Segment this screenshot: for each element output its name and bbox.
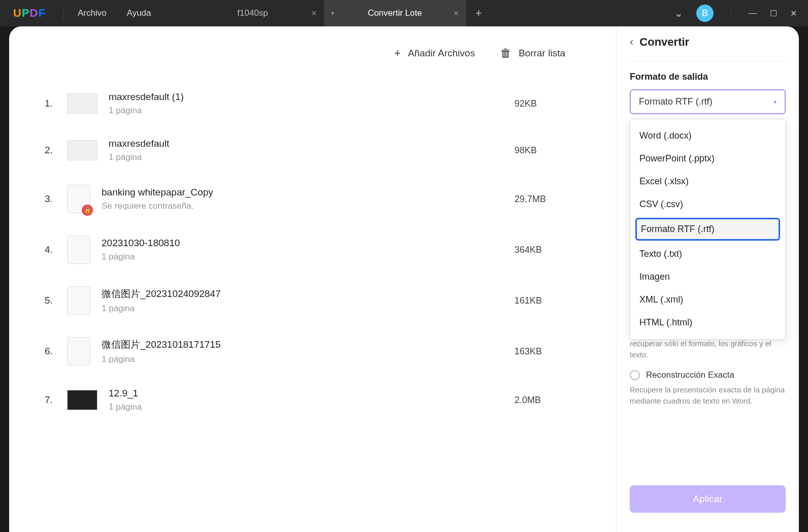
tab-label: f1040sp [237, 8, 268, 18]
file-row[interactable]: 7.12.9_11 página2.0MB [45, 377, 586, 423]
dropdown-option[interactable]: Formato RTF (.rtf) [635, 218, 780, 241]
file-subtitle: 1 página [102, 304, 514, 314]
chevron-down-icon[interactable]: ▾ [331, 10, 334, 17]
button-label: Borrar lista [519, 48, 565, 59]
file-subtitle: 1 página [109, 106, 514, 116]
option-description: Recupere la presentación exacta de la pá… [630, 384, 786, 407]
file-thumbnail [67, 390, 98, 410]
file-meta: 微信图片_202310181717151 página [102, 338, 514, 364]
apply-button[interactable]: Aplicar [630, 485, 786, 513]
file-meta: maxresdefault (1)1 página [109, 91, 514, 116]
file-size: 92KB [514, 98, 586, 109]
file-thumbnail [67, 140, 98, 160]
file-size: 161KB [514, 295, 586, 306]
file-subtitle: 1 página [102, 252, 514, 262]
file-row[interactable]: 1.maxresdefault (1)1 página92KB [45, 80, 586, 127]
file-row[interactable]: 6.微信图片_202310181717151 página163KB [45, 326, 586, 377]
file-meta: banking whitepapar_CopySe requiere contr… [102, 187, 514, 211]
file-size: 163KB [514, 346, 586, 357]
dropdown-option[interactable]: HTML (.html) [630, 311, 785, 334]
file-number: 2. [45, 145, 67, 156]
maximize-icon[interactable]: ☐ [770, 9, 777, 18]
main-panel: + Añadir Archivos 🗑 Borrar lista 1.maxre… [9, 26, 616, 532]
titlebar: UPDF Archivo Ayuda f1040sp × ▾ Convertir… [0, 0, 808, 26]
file-row[interactable]: 2.maxresdefault1 página98KB [45, 127, 586, 174]
format-dropdown: Word (.docx)PowerPoint (.pptx)Excel (.xl… [630, 119, 786, 340]
file-subtitle: 1 página [109, 152, 514, 162]
dropdown-option[interactable]: Texto (.txt) [630, 243, 785, 265]
add-tab-button[interactable]: + [466, 7, 492, 20]
radio-label: Reconstrucción Exacta [646, 370, 734, 380]
file-size: 364KB [514, 245, 586, 255]
dropdown-option[interactable]: Excel (.xlsx) [630, 170, 785, 193]
file-thumbnail [67, 337, 90, 365]
close-icon[interactable]: × [311, 8, 317, 19]
trash-icon: 🗑 [500, 47, 511, 60]
tab-bar: f1040sp × ▾ Convertir Lote × + [182, 0, 492, 26]
file-number: 7. [45, 394, 67, 406]
toolbar: + Añadir Archivos 🗑 Borrar lista [29, 47, 586, 60]
close-icon[interactable]: ✕ [790, 9, 797, 18]
file-number: 5. [45, 295, 67, 306]
dropdown-option[interactable]: Word (.docx) [630, 124, 785, 147]
avatar[interactable]: B [696, 5, 714, 22]
file-name: banking whitepapar_Copy [102, 187, 514, 198]
file-name: 微信图片_20231024092847 [102, 287, 514, 301]
tab-convertir-lote[interactable]: ▾ Convertir Lote × [324, 0, 466, 26]
dropdown-option[interactable]: Imagen [630, 265, 785, 288]
format-label: Formato de salida [630, 72, 786, 82]
caret-down-icon: ▾ [773, 98, 777, 106]
file-row[interactable]: 4.20231030-1808101 página364KB [45, 224, 586, 275]
file-name: maxresdefault (1) [109, 91, 514, 103]
dropdown-option[interactable]: XML (.xml) [630, 288, 785, 311]
file-thumbnail [67, 286, 90, 315]
back-icon[interactable]: ‹ [630, 36, 633, 49]
file-meta: 20231030-1808101 página [102, 238, 514, 262]
radio-exact-reconstruction[interactable]: Reconstrucción Exacta [630, 370, 786, 380]
file-list: 1.maxresdefault (1)1 página92KB2.maxresd… [29, 80, 586, 423]
file-number: 1. [45, 98, 67, 109]
minimize-icon[interactable]: — [749, 9, 757, 18]
button-label: Añadir Archivos [408, 48, 475, 59]
panel-header: ‹ Convertir [630, 36, 786, 49]
file-number: 4. [45, 244, 67, 255]
file-subtitle: Se requiere contraseña. [102, 201, 514, 211]
file-meta: maxresdefault1 página [109, 138, 514, 162]
file-name: 微信图片_20231018171715 [102, 338, 514, 351]
format-select[interactable]: Formato RTF (.rtf) ▾ [630, 89, 786, 114]
file-thumbnail [67, 236, 90, 264]
plus-icon: + [394, 47, 401, 60]
menu-ayuda[interactable]: Ayuda [117, 8, 161, 18]
select-value: Formato RTF (.rtf) [639, 96, 713, 107]
file-number: 6. [45, 346, 67, 357]
tab-label: Convertir Lote [368, 8, 422, 18]
window-controls: ⌄ B — ☐ ✕ [674, 5, 808, 22]
file-meta: 12.9_11 página [109, 388, 514, 412]
file-size: 98KB [514, 145, 586, 156]
divider [63, 7, 63, 19]
tab-f1040sp[interactable]: f1040sp × [182, 0, 324, 26]
file-thumbnail: 🔒 [67, 185, 90, 213]
file-subtitle: 1 página [109, 402, 514, 412]
lock-icon: 🔒 [82, 205, 93, 216]
file-subtitle: 1 página [102, 354, 514, 364]
file-name: 12.9_1 [109, 388, 514, 399]
file-name: 20231030-180810 [102, 238, 514, 249]
panel-title: Convertir [639, 36, 689, 49]
dropdown-option[interactable]: PowerPoint (.pptx) [630, 147, 785, 170]
dropdown-option[interactable]: CSV (.csv) [630, 193, 785, 216]
divider [731, 7, 731, 19]
close-icon[interactable]: × [454, 8, 459, 19]
file-row[interactable]: 5.微信图片_202310240928471 página161KB [45, 275, 586, 326]
app-logo: UPDF [0, 7, 59, 20]
clear-list-button[interactable]: 🗑 Borrar lista [500, 47, 565, 60]
radio-icon [630, 370, 640, 380]
chevron-down-icon[interactable]: ⌄ [674, 7, 683, 19]
workspace: + Añadir Archivos 🗑 Borrar lista 1.maxre… [9, 26, 799, 532]
add-files-button[interactable]: + Añadir Archivos [394, 47, 475, 60]
file-number: 3. [45, 193, 67, 205]
file-row[interactable]: 3.🔒banking whitepapar_CopySe requiere co… [45, 174, 586, 224]
menu-archivo[interactable]: Archivo [68, 8, 117, 18]
file-size: 2.0MB [514, 395, 586, 406]
side-panel: ‹ Convertir Formato de salida Formato RT… [616, 26, 799, 532]
